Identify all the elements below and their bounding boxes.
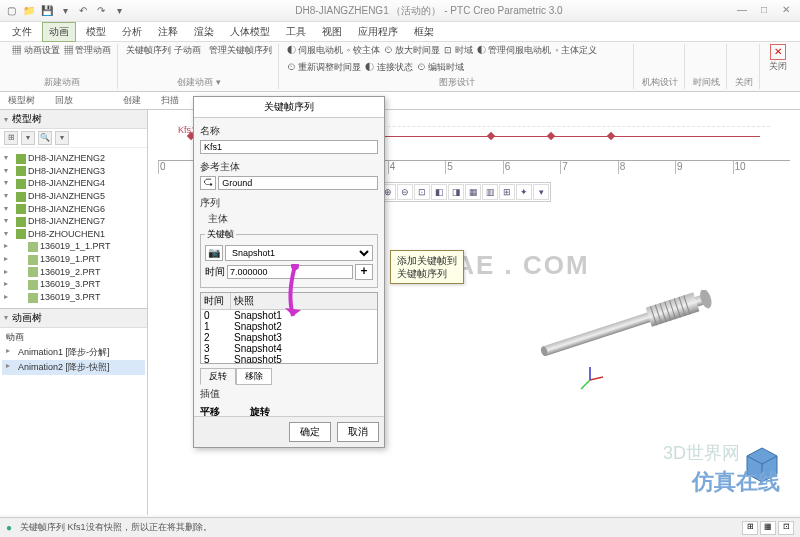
menu-render[interactable]: 渲染	[188, 23, 220, 41]
view-icon[interactable]: ◨	[448, 184, 464, 200]
ribbon-item[interactable]: 关键帧序列 子动画	[126, 44, 201, 57]
window-title: DH8-JIANGZHENG1 （活动的） - PTC Creo Paramet…	[126, 4, 732, 18]
menu-analysis[interactable]: 分析	[116, 23, 148, 41]
keyframe-list[interactable]: 时间 快照 0Snapshot11Snapshot22Snapshot33Sna…	[200, 292, 378, 364]
tab-reverse[interactable]: 反转	[200, 368, 236, 385]
qat-redo-icon[interactable]: ↷	[94, 4, 108, 18]
ribbon-item[interactable]: ◦ 主体定义	[555, 44, 597, 57]
zoom-out-icon[interactable]: ⊖	[397, 184, 413, 200]
tree-item[interactable]: 136019_1.PRT	[2, 253, 145, 266]
minimize-button[interactable]: —	[732, 4, 752, 18]
qat-undo-icon[interactable]: ↶	[76, 4, 90, 18]
select-icon[interactable]: ⮎	[200, 176, 216, 190]
model-shaft	[530, 290, 720, 360]
ribbon-item[interactable]: ◐ 管理伺服电动机	[477, 44, 552, 57]
ribbon-item[interactable]: ⏲ 放大时间显	[384, 44, 441, 57]
csys-triad-icon	[575, 365, 605, 395]
tree-item[interactable]: DH8-JIANZHENG2	[2, 152, 145, 165]
tree-item[interactable]: 136019_3.PRT	[2, 278, 145, 291]
anim-item[interactable]: Animation1 [降步-分解]	[2, 345, 145, 360]
view-icon[interactable]: ✦	[516, 184, 532, 200]
ribbon-item[interactable]: ⏲ 重新调整时间显	[287, 61, 362, 74]
view-icon[interactable]: ▾	[533, 184, 549, 200]
subtab-scan[interactable]: 扫描	[161, 94, 179, 107]
ribbon-item[interactable]: ⊡ 时域	[444, 44, 473, 57]
anim-item[interactable]: Animation2 [降步-快照]	[2, 360, 145, 375]
view-icon[interactable]: ▥	[482, 184, 498, 200]
tree-item[interactable]: 136019_2.PRT	[2, 266, 145, 279]
view-icon[interactable]: ⊞	[499, 184, 515, 200]
cancel-button[interactable]: 取消	[337, 422, 379, 442]
ribbon-item[interactable]: ⏲ 编辑时域	[417, 61, 465, 74]
tree-tool-icon[interactable]: ⊞	[4, 131, 18, 145]
anim-tree[interactable]: 动画 Animation1 [降步-分解] Animation2 [降步-快照]	[0, 328, 147, 377]
ref-body-input[interactable]	[218, 176, 378, 190]
sidebar: 模型树 ⊞ ▾ 🔍 ▾ DH8-JIANZHENG2DH8-JIANZHENG3…	[0, 110, 148, 515]
qat-open-icon[interactable]: 📁	[22, 4, 36, 18]
menu-animation[interactable]: 动画	[42, 22, 76, 42]
status-tool-icon[interactable]: ⊞	[742, 521, 758, 535]
list-row[interactable]: 3Snapshot4	[201, 343, 377, 354]
animation-panel: 动画树 动画 Animation1 [降步-分解] Animation2 [降步…	[0, 308, 147, 377]
tree-item[interactable]: DH8-JIANZHENG6	[2, 203, 145, 216]
qat-more-icon[interactable]: ▾	[112, 4, 126, 18]
close-icon[interactable]: ✕	[770, 44, 786, 60]
ribbon-item[interactable]: ▦ 管理动画	[64, 44, 112, 57]
maximize-button[interactable]: □	[754, 4, 774, 18]
zoom-fit-icon[interactable]: ⊡	[414, 184, 430, 200]
ribbon-item[interactable]: 管理关键帧序列	[209, 44, 272, 57]
view-icon[interactable]: ▦	[465, 184, 481, 200]
tree-tool-icon[interactable]: ▾	[21, 131, 35, 145]
menu-annotate[interactable]: 注释	[152, 23, 184, 41]
subtab-model-tree[interactable]: 模型树	[8, 94, 35, 107]
tree-item[interactable]: DH8-JIANZHENG7	[2, 215, 145, 228]
tree-item[interactable]: DH8-JIANZHENG4	[2, 177, 145, 190]
ribbon-item[interactable]: ◐ 连接状态	[365, 61, 413, 74]
tree-item[interactable]: 136019_1_1.PRT	[2, 240, 145, 253]
model-tree[interactable]: DH8-JIANZHENG2DH8-JIANZHENG3DH8-JIANZHEN…	[0, 148, 147, 308]
snapshot-combo[interactable]: Snapshot1	[225, 245, 373, 261]
menu-manikin[interactable]: 人体模型	[224, 23, 276, 41]
keyframe-sequence-dialog: 关键帧序列 名称 参考主体 ⮎ 序列 主体 关键帧 📷 Snapshot1 时间…	[193, 96, 385, 448]
time-input[interactable]	[227, 265, 353, 279]
tree-item[interactable]: DH8-JIANZHENG3	[2, 165, 145, 178]
window-controls: — □ ✕	[732, 4, 796, 18]
qat-save-icon[interactable]: 💾	[40, 4, 54, 18]
name-input[interactable]	[200, 140, 378, 154]
menu-bar: 文件 动画 模型 分析 注释 渲染 人体模型 工具 视图 应用程序 框架	[0, 22, 800, 42]
view-icon[interactable]: ◧	[431, 184, 447, 200]
ribbon-group-create-anim: 关键帧序列 子动画 管理关键帧序列 创建动画 ▾	[120, 44, 279, 89]
status-tool-icon[interactable]: ▦	[760, 521, 776, 535]
tree-item[interactable]: DH8-ZHOUCHEN1	[2, 228, 145, 241]
list-row[interactable]: 2Snapshot3	[201, 332, 377, 343]
menu-file[interactable]: 文件	[6, 23, 38, 41]
subtab-create[interactable]: 创建	[123, 94, 141, 107]
tree-tool-icon[interactable]: ▾	[55, 131, 69, 145]
status-tool-icon[interactable]: ⊡	[778, 521, 794, 535]
menu-framework[interactable]: 框架	[408, 23, 440, 41]
tree-item[interactable]: DH8-JIANZHENG5	[2, 190, 145, 203]
list-row[interactable]: 1Snapshot2	[201, 321, 377, 332]
anim-tree-header[interactable]: 动画树	[0, 309, 147, 328]
add-keyframe-button[interactable]: +	[355, 264, 373, 280]
qat-new-icon[interactable]: ▢	[4, 4, 18, 18]
menu-model[interactable]: 模型	[80, 23, 112, 41]
camera-icon[interactable]: 📷	[205, 245, 223, 261]
tree-tool-icon[interactable]: 🔍	[38, 131, 52, 145]
ribbon-item[interactable]: ◦ 铰主体	[347, 44, 380, 57]
model-tree-header[interactable]: 模型树	[0, 110, 147, 129]
list-row[interactable]: 0Snapshot1	[201, 310, 377, 321]
subtab-playback[interactable]: 回放	[55, 94, 73, 107]
menu-tools[interactable]: 工具	[280, 23, 312, 41]
tree-item[interactable]: 136019_3.PRT	[2, 291, 145, 304]
tab-remove[interactable]: 移除	[236, 368, 272, 385]
close-window-button[interactable]: ✕	[776, 4, 796, 18]
qat-dropdown-icon[interactable]: ▾	[58, 4, 72, 18]
menu-applications[interactable]: 应用程序	[352, 23, 404, 41]
ok-button[interactable]: 确定	[289, 422, 331, 442]
ribbon-item[interactable]: ◐ 伺服电动机	[287, 44, 344, 57]
ribbon-item[interactable]: ▦ 动画设置	[12, 44, 60, 57]
anim-root[interactable]: 动画	[2, 330, 145, 345]
menu-view[interactable]: 视图	[316, 23, 348, 41]
list-row[interactable]: 5Snapshot5	[201, 354, 377, 364]
